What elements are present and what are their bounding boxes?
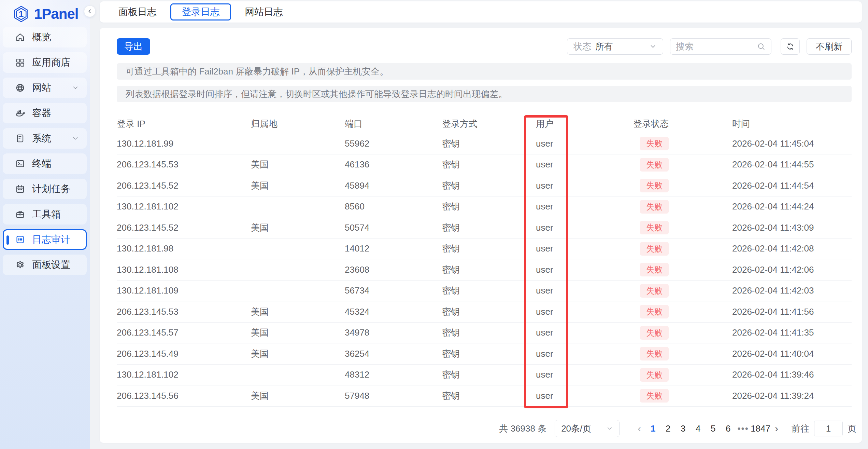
cell-status: 失败 [633, 179, 732, 192]
cell-user: user [536, 201, 633, 212]
page-number-5[interactable]: 5 [706, 423, 721, 434]
cell-port: 57948 [345, 391, 442, 401]
info-banner-timezone: 列表数据根据登录时间排序，但请注意，切换时区或其他操作可能导致登录日志的时间出现… [117, 86, 852, 102]
search-icon [757, 42, 766, 51]
cell-port: 34978 [345, 327, 442, 338]
tab-登录日志[interactable]: 登录日志 [170, 3, 231, 21]
appstore-icon [15, 57, 25, 68]
cell-port: 23608 [345, 264, 442, 275]
status-badge: 失败 [640, 263, 669, 276]
info-banner-fail2ban: 可通过工具箱中的 Fail2ban 屏蔽暴力破解 IP，从而保护主机安全。 [117, 63, 852, 80]
terminal-icon [15, 159, 25, 169]
page-size-value: 20条/页 [561, 423, 591, 435]
cell-time: 2026-02-04 11:42:06 [732, 264, 852, 275]
search-box [670, 38, 771, 55]
cell-method: 密钥 [442, 369, 536, 381]
pagination: 共 36938 条 20条/页 ‹ 123456•••1847 › 前往 页 [499, 420, 856, 437]
goto-page-input[interactable] [814, 421, 843, 436]
cell-status: 失败 [633, 347, 732, 360]
page-size-select[interactable]: 20条/页 [555, 420, 620, 437]
status-filter-value: 所有 [595, 41, 613, 53]
status-filter-select[interactable]: 状态 所有 [567, 38, 663, 55]
sidebar-item-appstore[interactable]: 应用商店 [3, 52, 87, 73]
table-row: 130.12.181.10956734密钥user失败2026-02-04 11… [117, 281, 852, 302]
cell-status: 失败 [633, 221, 732, 234]
cell-time: 2026-02-04 11:40:04 [732, 349, 852, 359]
sidebar-item-label: 概览 [32, 31, 51, 44]
refresh-button[interactable] [781, 38, 800, 55]
cell-ip: 130.12.181.99 [117, 138, 251, 149]
sidebar-collapse-button[interactable] [84, 5, 96, 17]
cell-region: 美国 [251, 222, 345, 234]
cell-time: 2026-02-04 11:41:56 [732, 307, 852, 317]
cell-method: 密钥 [442, 306, 536, 318]
sidebar-item-toolbox[interactable]: 工具箱 [3, 204, 87, 224]
sidebar-item-label: 系统 [32, 132, 51, 145]
cell-ip: 206.123.145.52 [117, 180, 251, 191]
cell-time: 2026-02-04 11:42:03 [732, 285, 852, 296]
sidebar-item-server[interactable]: 系统 [3, 128, 87, 149]
cell-ip: 206.123.145.57 [117, 327, 251, 338]
sidebar-item-label: 终端 [32, 157, 51, 170]
status-badge: 失败 [640, 179, 669, 192]
page-number-4[interactable]: 4 [691, 423, 706, 434]
table-row: 130.12.181.9814012密钥user失败2026-02-04 11:… [117, 239, 852, 260]
next-page-button[interactable]: › [770, 423, 783, 434]
sidebar-item-label: 网站 [32, 81, 51, 94]
status-filter-label: 状态 [573, 41, 591, 53]
cell-status: 失败 [633, 368, 732, 382]
cell-method: 密钥 [442, 243, 536, 255]
cell-method: 密钥 [442, 390, 536, 402]
tab-网站日志[interactable]: 网站日志 [234, 1, 293, 23]
prev-page-button[interactable]: ‹ [633, 423, 645, 434]
cell-status: 失败 [633, 242, 732, 256]
cell-status: 失败 [633, 263, 732, 276]
cell-user: user [536, 243, 633, 254]
cell-ip: 130.12.181.102 [117, 201, 251, 212]
cell-time: 2026-02-04 11:41:35 [732, 327, 852, 338]
sidebar-item-label: 日志审计 [32, 233, 70, 246]
status-badge: 失败 [640, 368, 669, 382]
cell-method: 密钥 [442, 201, 536, 213]
column-header: 时间 [732, 118, 852, 130]
page-number-list: 123456•••1847 [645, 423, 770, 434]
column-header: 登录方式 [442, 118, 536, 130]
goto-label: 前往 [792, 423, 809, 435]
cell-user: user [536, 138, 633, 149]
chevron-down-icon [606, 425, 613, 432]
server-icon [15, 133, 25, 144]
cell-status: 失败 [633, 137, 732, 150]
page-number-3[interactable]: 3 [675, 423, 691, 434]
page-number-6[interactable]: 6 [721, 423, 736, 434]
sidebar-nav: 概览应用商店网站容器系统终端计划任务工具箱日志审计面板设置 [3, 27, 87, 280]
cell-time: 2026-02-04 11:42:08 [732, 243, 852, 254]
cell-region: 美国 [251, 306, 345, 318]
cell-port: 14012 [345, 243, 442, 254]
sidebar-item-globe[interactable]: 网站 [3, 78, 87, 98]
sidebar-item-label: 面板设置 [32, 258, 70, 271]
page-number-2[interactable]: 2 [660, 423, 675, 434]
calendar-icon [15, 184, 25, 194]
page-ellipsis[interactable]: ••• [736, 423, 751, 434]
cell-status: 失败 [633, 326, 732, 340]
cell-method: 密钥 [442, 327, 536, 339]
sidebar-item-log[interactable]: 日志审计 [3, 229, 87, 250]
cell-status: 失败 [633, 200, 732, 214]
column-header: 登录 IP [117, 118, 251, 130]
sidebar-item-gear[interactable]: 面板设置 [3, 255, 87, 275]
sidebar-item-home[interactable]: 概览 [3, 27, 87, 47]
page-number-1[interactable]: 1 [645, 423, 660, 434]
cell-port: 56734 [345, 285, 442, 296]
sidebar-item-terminal[interactable]: 终端 [3, 153, 87, 174]
export-button[interactable]: 导出 [117, 38, 150, 55]
tab-面板日志[interactable]: 面板日志 [108, 1, 167, 23]
toolbar: 导出 状态 所有 [117, 38, 852, 55]
cell-method: 密钥 [442, 180, 536, 192]
page-number-1847[interactable]: 1847 [751, 423, 770, 434]
no-refresh-button[interactable]: 不刷新 [807, 38, 852, 55]
table-row: 130.12.181.10248312密钥user失败2026-02-04 11… [117, 365, 852, 386]
sidebar-item-docker[interactable]: 容器 [3, 103, 87, 123]
toolbox-icon [15, 209, 25, 219]
sidebar-item-calendar[interactable]: 计划任务 [3, 179, 87, 199]
search-input[interactable] [676, 41, 757, 52]
